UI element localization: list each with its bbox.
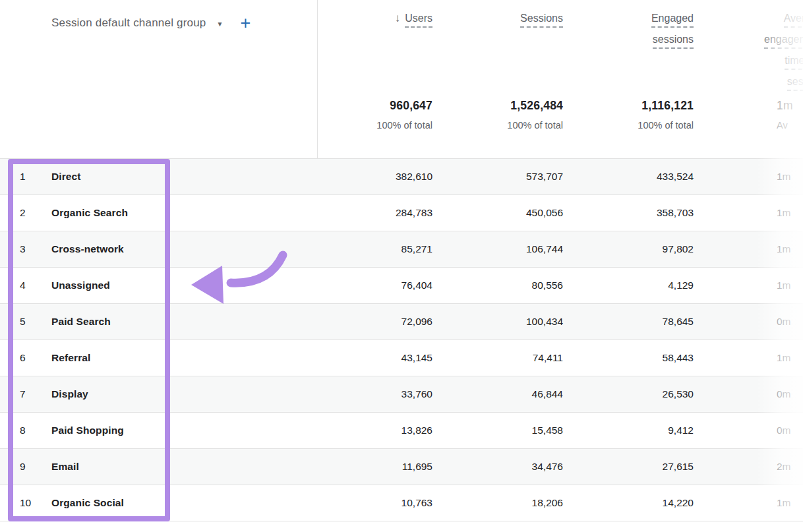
users-value: 284,783 xyxy=(396,195,432,231)
channel-name: Referral xyxy=(51,340,90,376)
avg-header-line2: engagement xyxy=(764,33,803,49)
engaged-sessions-value: 433,524 xyxy=(657,159,694,194)
table-row: 4 Unassigned 76,404 80,556 4,129 1m xyxy=(0,268,803,304)
totals-users-value: 960,647 xyxy=(376,99,432,113)
row-rank: 3 xyxy=(20,231,26,267)
channel-name: Organic Social xyxy=(51,485,124,521)
avg-engagement-time-value: 1m xyxy=(777,485,791,521)
totals-sessions: 1,526,484 100% of total xyxy=(507,99,563,131)
table-body: 1 Direct 382,610 573,707 433,524 1m 2 Or… xyxy=(0,158,803,521)
avg-engagement-time-value: 0m xyxy=(777,376,791,412)
avg-header-line1: Average xyxy=(784,12,803,28)
engaged-sessions-value: 4,129 xyxy=(668,268,694,303)
add-column-button[interactable]: + xyxy=(240,15,251,31)
engaged-sessions-value: 14,220 xyxy=(663,485,694,521)
users-value: 33,760 xyxy=(402,376,432,412)
engaged-sessions-value: 27,615 xyxy=(663,449,694,485)
row-rank: 9 xyxy=(20,449,26,485)
totals-avg-value: 1m xyxy=(777,99,793,113)
row-rank: 2 xyxy=(20,195,26,231)
sessions-value: 46,844 xyxy=(532,376,563,412)
sessions-value: 450,056 xyxy=(526,195,563,231)
avg-engagement-time-value: 1m xyxy=(777,268,791,303)
avg-engagement-time-value: 0m xyxy=(777,304,791,340)
analytics-table-screen: Session default channel group ▼ + ↓Users… xyxy=(0,0,803,532)
table-row: 3 Cross-network 85,271 106,744 97,802 1m xyxy=(0,231,803,268)
avg-engagement-time-value: 1m xyxy=(777,231,791,267)
table-row: 1 Direct 382,610 573,707 433,524 1m xyxy=(0,159,803,195)
row-rank: 5 xyxy=(20,304,26,340)
engaged-sessions-value: 358,703 xyxy=(657,195,694,231)
users-value: 10,763 xyxy=(402,485,432,521)
totals-engaged-sessions: 1,116,121 100% of total xyxy=(638,99,694,131)
users-value: 76,404 xyxy=(402,268,432,303)
row-rank: 4 xyxy=(20,268,26,303)
users-value: 13,826 xyxy=(402,413,432,448)
sessions-value: 15,458 xyxy=(532,413,563,448)
avg-engagement-time-value: 1m xyxy=(777,195,791,231)
users-header-label: Users xyxy=(405,12,432,28)
sessions-value: 100,434 xyxy=(526,304,563,340)
column-header-users[interactable]: ↓Users xyxy=(395,12,432,33)
totals-engaged-percent: 100% of total xyxy=(638,120,694,131)
sort-descending-icon: ↓ xyxy=(395,12,401,25)
totals-sessions-value: 1,526,484 xyxy=(507,99,563,113)
dimension-header: Session default channel group ▼ + xyxy=(51,15,251,31)
channel-name: Email xyxy=(51,449,79,485)
sessions-value: 18,206 xyxy=(532,485,563,521)
column-header-avg-engagement-time[interactable]: Average engagement time per session xyxy=(764,12,803,96)
engaged-sessions-value: 26,530 xyxy=(663,376,694,412)
channel-name: Organic Search xyxy=(51,195,128,231)
engaged-sessions-value: 58,443 xyxy=(663,340,694,376)
row-rank: 6 xyxy=(20,340,26,376)
users-value: 85,271 xyxy=(402,231,432,267)
channel-name: Display xyxy=(51,376,88,412)
table-row: 6 Referral 43,145 74,411 58,443 1m xyxy=(0,340,803,376)
totals-users: 960,647 100% of total xyxy=(376,99,432,131)
table-row: 7 Display 33,760 46,844 26,530 0m xyxy=(0,376,803,413)
row-rank: 10 xyxy=(20,485,31,521)
users-value: 382,610 xyxy=(396,159,432,194)
avg-header-line4: session xyxy=(787,75,803,91)
channel-name: Paid Search xyxy=(51,304,111,340)
users-value: 43,145 xyxy=(402,340,432,376)
channel-name: Unassigned xyxy=(51,268,110,303)
engaged-sessions-value: 78,645 xyxy=(663,304,694,340)
totals-sessions-percent: 100% of total xyxy=(507,120,563,131)
avg-engagement-time-value: 2m xyxy=(777,449,791,485)
dimension-dropdown[interactable]: Session default channel group xyxy=(51,16,206,30)
column-header-sessions[interactable]: Sessions xyxy=(520,12,563,33)
totals-users-percent: 100% of total xyxy=(376,120,432,131)
avg-engagement-time-value: 1m xyxy=(777,159,791,194)
channel-name: Direct xyxy=(51,159,81,194)
row-rank: 7 xyxy=(20,376,26,412)
users-value: 11,695 xyxy=(402,449,432,485)
table-row: 2 Organic Search 284,783 450,056 358,703… xyxy=(0,195,803,231)
table-row: 8 Paid Shopping 13,826 15,458 9,412 0m xyxy=(0,413,803,449)
sessions-value: 74,411 xyxy=(533,340,563,376)
sessions-value: 573,707 xyxy=(526,159,563,194)
avg-engagement-time-value: 1m xyxy=(777,340,791,376)
table-row: 10 Organic Social 10,763 18,206 14,220 1… xyxy=(0,485,803,521)
engaged-header-line2: sessions xyxy=(653,33,694,49)
totals-engaged-value: 1,116,121 xyxy=(638,99,694,113)
engaged-sessions-value: 97,802 xyxy=(663,231,694,267)
sessions-value: 34,476 xyxy=(532,449,563,485)
engaged-sessions-value: 9,412 xyxy=(668,413,694,448)
sessions-value: 80,556 xyxy=(532,268,563,303)
row-rank: 8 xyxy=(20,413,26,448)
users-value: 72,096 xyxy=(402,304,432,340)
channel-name: Paid Shopping xyxy=(51,413,124,448)
engaged-header-line1: Engaged xyxy=(651,12,694,28)
table-row: 9 Email 11,695 34,476 27,615 2m xyxy=(0,449,803,485)
totals-row: 960,647 100% of total 1,526,484 100% of … xyxy=(0,99,803,158)
totals-avg-sub: Av xyxy=(777,120,793,131)
avg-header-line3: time per xyxy=(785,54,803,70)
chevron-down-icon[interactable]: ▼ xyxy=(217,20,223,28)
row-rank: 1 xyxy=(20,159,26,194)
column-header-engaged-sessions[interactable]: Engaged sessions xyxy=(651,12,694,54)
sessions-header-label: Sessions xyxy=(520,12,563,28)
avg-engagement-time-value: 0m xyxy=(777,413,791,448)
totals-avg-engagement-time: 1m Av xyxy=(777,99,793,131)
table-row: 5 Paid Search 72,096 100,434 78,645 0m xyxy=(0,304,803,340)
